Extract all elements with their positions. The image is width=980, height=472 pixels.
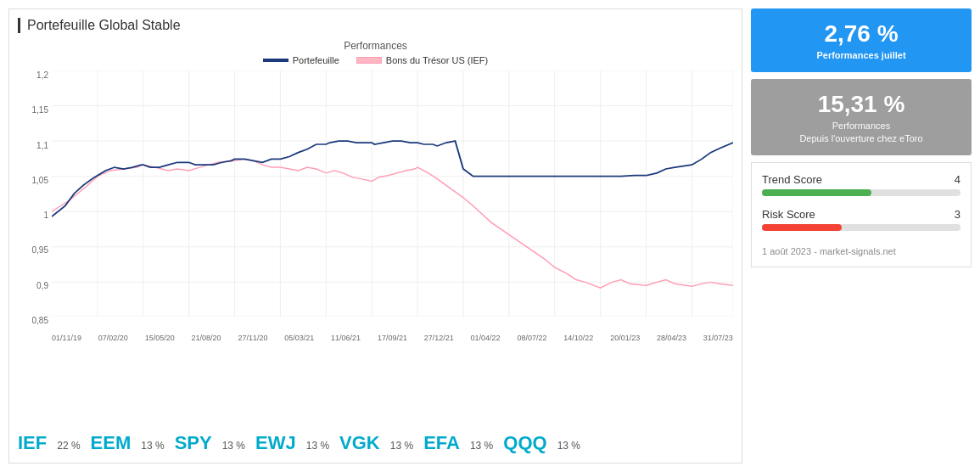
ticker-eem: EEM	[91, 432, 132, 454]
legend-portfolio: Portefeuille	[263, 55, 339, 65]
x-label-12: 14/10/22	[563, 334, 593, 342]
performance-total-box: 15,31 % Performances Depuis l'ouverture …	[751, 79, 972, 155]
ticker-spy: SPY	[175, 432, 212, 454]
x-label-7: 11/06/21	[331, 334, 361, 342]
ticker-vgk-pct: 13 %	[390, 440, 413, 452]
y-label-7: 0,9	[36, 281, 48, 290]
performance-total-label2: Depuis l'ouverture chez eToro	[759, 133, 963, 143]
trend-score-value: 4	[955, 173, 960, 186]
trend-score-label: Trend Score	[762, 173, 822, 186]
x-label-8: 17/09/21	[378, 334, 407, 342]
scores-box: Trend Score 4 Risk Score 3 1 août 2023 -…	[751, 162, 972, 267]
ticker-spy-pct: 13 %	[222, 440, 245, 452]
trend-score-bar	[762, 189, 871, 196]
legend-color-blue	[263, 59, 288, 62]
x-label-14: 28/04/23	[657, 334, 686, 342]
left-panel: Portefeuille Global Stable Performances …	[8, 8, 742, 464]
x-label-10: 01/04/22	[471, 334, 501, 342]
x-label-2: 07/02/20	[98, 334, 128, 342]
performance-total-label1: Performances	[759, 121, 963, 131]
risk-score-value: 3	[955, 208, 960, 221]
x-label-1: 01/11/19	[52, 334, 81, 342]
risk-score-row: Risk Score 3	[762, 208, 960, 231]
x-label-13: 20/01/23	[610, 334, 640, 342]
ticker-ewj-pct: 13 %	[306, 440, 329, 452]
risk-score-bar-bg	[762, 224, 960, 231]
performance-total-value: 15,31 %	[759, 91, 963, 118]
performance-july-value: 2,76 %	[759, 20, 963, 48]
chart-area: Performances Portefeuille Bons du Trésor…	[18, 40, 733, 427]
ticker-efa: EFA	[423, 432, 460, 454]
y-label-8: 0,85	[32, 316, 48, 325]
x-label-11: 08/07/22	[517, 334, 546, 342]
x-label-3: 15/05/20	[145, 334, 175, 342]
right-panel: 2,76 % Performances juillet 15,31 % Perf…	[751, 8, 972, 464]
trend-score-header: Trend Score 4	[762, 173, 960, 186]
risk-score-header: Risk Score 3	[762, 208, 960, 221]
legend-portfolio-label: Portefeuille	[293, 55, 339, 65]
ticker-qqq: QQQ	[503, 432, 546, 454]
y-axis-labels: 1,2 1,15 1,1 1,05 1 0,95 0,9 0,85	[18, 70, 52, 325]
y-label-3: 1,1	[36, 141, 48, 150]
performance-july-label: Performances juillet	[759, 50, 963, 60]
chart-wrapper: 1,2 1,15 1,1 1,05 1 0,95 0,9 0,85	[18, 70, 733, 342]
ticker-vgk: VGK	[339, 432, 380, 454]
legend-color-pink	[356, 57, 382, 64]
trend-score-row: Trend Score 4	[762, 173, 960, 196]
x-label-4: 21/08/20	[192, 334, 221, 342]
y-label-4: 1,05	[32, 176, 48, 185]
performance-chart	[52, 70, 733, 317]
risk-score-label: Risk Score	[762, 208, 815, 221]
trend-score-bar-bg	[762, 189, 960, 196]
ticker-ief: IEF	[18, 432, 47, 454]
score-date: 1 août 2023 - market-signals.net	[762, 246, 960, 256]
ticker-ewj: EWJ	[255, 432, 296, 454]
legend-bond: Bons du Trésor US (IEF)	[356, 55, 488, 65]
ticker-eem-pct: 13 %	[141, 440, 164, 452]
ticker-ief-pct: 22 %	[57, 440, 80, 452]
x-axis-labels: 01/11/19 07/02/20 15/05/20 21/08/20 27/1…	[52, 334, 733, 342]
x-label-15: 31/07/23	[703, 334, 733, 342]
x-label-9: 27/12/21	[424, 334, 454, 342]
x-label-6: 05/03/21	[284, 334, 314, 342]
performance-july-box: 2,76 % Performances juillet	[751, 8, 972, 72]
chart-legend: Portefeuille Bons du Trésor US (IEF)	[18, 55, 733, 65]
ticker-efa-pct: 13 %	[470, 440, 493, 452]
portfolio-title: Portefeuille Global Stable	[18, 18, 733, 33]
ticker-qqq-pct: 13 %	[557, 440, 580, 452]
legend-bond-label: Bons du Trésor US (IEF)	[386, 55, 488, 65]
y-label-1: 1,2	[36, 70, 48, 80]
y-label-6: 0,95	[32, 245, 48, 255]
y-label-2: 1,15	[32, 105, 48, 115]
bottom-tickers: IEF 22 % EEM 13 % SPY 13 % EWJ 13 % VGK …	[18, 427, 733, 454]
x-label-5: 27/11/20	[238, 334, 267, 342]
chart-title: Performances	[18, 40, 733, 52]
main-container: Portefeuille Global Stable Performances …	[0, 0, 980, 472]
risk-score-bar	[762, 224, 842, 231]
y-label-5: 1	[43, 211, 48, 220]
